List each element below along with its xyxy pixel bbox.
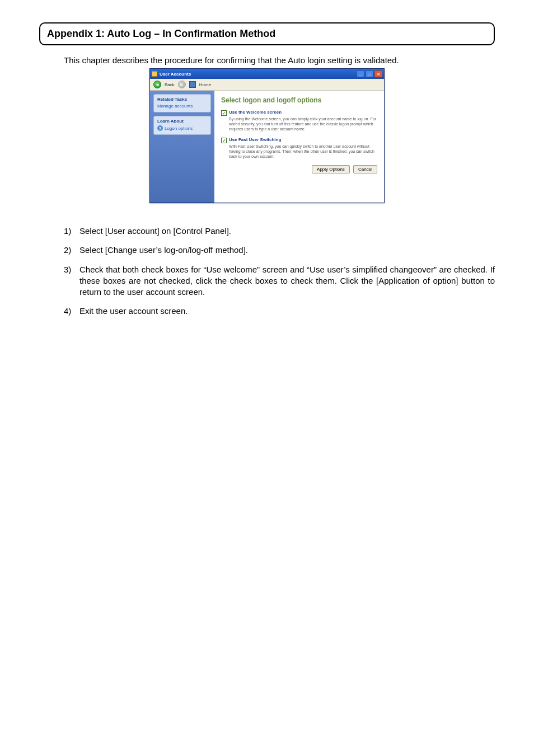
manage-accounts-link[interactable]: Manage accounts — [157, 104, 207, 109]
page: Appendix 1: Auto Log – In Confirmation M… — [0, 0, 534, 359]
fast-user-switching-checkbox[interactable]: ✓ — [221, 138, 227, 143]
step-2: 2) Select [Change user’s log-on/log-off … — [64, 245, 495, 256]
step-number: 4) — [64, 306, 79, 317]
window-icon — [152, 71, 157, 77]
button-row: Apply Options Cancel — [221, 165, 377, 173]
sidebar: Related Tasks Manage accounts Learn Abou… — [150, 91, 214, 203]
cancel-button[interactable]: Cancel — [353, 165, 377, 173]
screenshot-wrapper: User Accounts _ □ × ◄ Back ► Home Relate… — [39, 68, 495, 203]
minimize-button[interactable]: _ — [357, 71, 364, 77]
close-button[interactable]: × — [374, 71, 382, 77]
step-text: Exit the user account screen. — [79, 306, 495, 317]
related-tasks-header: Related Tasks — [157, 97, 207, 102]
window-buttons: _ □ × — [357, 71, 382, 77]
help-icon: ? — [157, 125, 163, 131]
step-text: Select [User account] on [Control Panel]… — [79, 226, 495, 237]
fast-user-switching-label: Use Fast User Switching — [229, 137, 281, 142]
step-number: 3) — [64, 264, 79, 298]
welcome-screen-checkbox[interactable]: ✓ — [221, 110, 227, 116]
fast-user-switching-row: ✓ Use Fast User Switching — [221, 137, 377, 143]
appendix-heading-box: Appendix 1: Auto Log – In Confirmation M… — [39, 22, 495, 45]
window-title: User Accounts — [160, 72, 357, 77]
apply-options-button[interactable]: Apply Options — [312, 165, 350, 173]
step-1: 1) Select [User account] on [Control Pan… — [64, 226, 495, 237]
related-tasks-box: Related Tasks Manage accounts — [153, 94, 211, 112]
step-3: 3) Check that both check boxes for “Use … — [64, 264, 495, 298]
user-accounts-window: User Accounts _ □ × ◄ Back ► Home Relate… — [149, 68, 385, 203]
back-label: Back — [165, 82, 175, 87]
step-text: Check that both check boxes for “Use wel… — [79, 264, 495, 298]
window-titlebar: User Accounts _ □ × — [150, 69, 384, 79]
step-number: 2) — [64, 245, 79, 256]
window-body: Related Tasks Manage accounts Learn Abou… — [150, 91, 384, 203]
logon-options-link[interactable]: ? Logon options — [157, 125, 207, 131]
step-number: 1) — [64, 226, 79, 237]
content-panel: Select logon and logoff options ✓ Use th… — [214, 91, 384, 203]
fast-user-switching-desc: With Fast User Switching, you can quickl… — [229, 144, 377, 159]
maximize-button[interactable]: □ — [366, 71, 373, 77]
appendix-heading: Appendix 1: Auto Log – In Confirmation M… — [47, 28, 487, 40]
toolbar: ◄ Back ► Home — [150, 79, 384, 91]
learn-about-header: Learn About — [157, 119, 207, 124]
intro-text: This chapter describes the procedure for… — [64, 55, 495, 65]
home-label: Home — [199, 82, 211, 87]
home-icon[interactable] — [189, 81, 196, 88]
steps-list: 1) Select [User account] on [Control Pan… — [39, 226, 495, 317]
step-4: 4) Exit the user account screen. — [64, 306, 495, 317]
logon-options-label: Logon options — [165, 126, 193, 131]
back-button[interactable]: ◄ — [153, 81, 161, 88]
step-text: Select [Change user’s log-on/log-off met… — [79, 245, 495, 256]
welcome-screen-label: Use the Welcome screen — [229, 110, 282, 115]
content-title: Select logon and logoff options — [221, 96, 377, 104]
welcome-screen-row: ✓ Use the Welcome screen — [221, 110, 377, 116]
learn-about-box: Learn About ? Logon options — [153, 116, 211, 135]
welcome-screen-desc: By using the Welcome screen, you can sim… — [229, 117, 377, 132]
forward-button: ► — [178, 81, 186, 88]
